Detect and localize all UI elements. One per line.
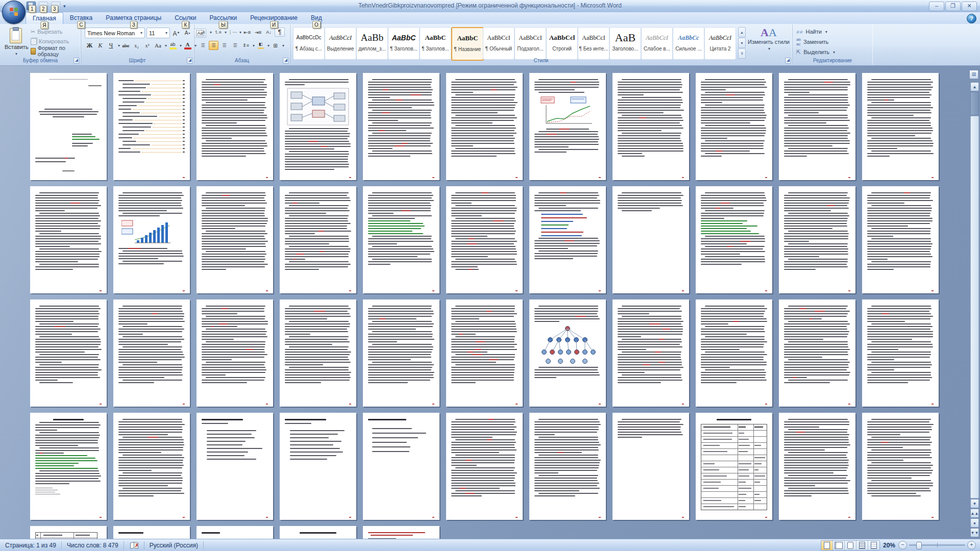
tab-рецензирование[interactable]: РецензированиеИ — [243, 12, 304, 24]
align-center-button[interactable]: ☰ — [209, 41, 218, 50]
page-thumbnail-4[interactable] — [280, 73, 356, 180]
page-thumbnail-6[interactable] — [446, 73, 523, 180]
page-thumbnail-46[interactable] — [113, 526, 190, 539]
clipboard-dialog-launcher[interactable]: ◢ — [74, 58, 80, 64]
browse-next-icon[interactable]: ▼▼ — [970, 528, 979, 537]
page-thumbnail-35[interactable] — [113, 413, 190, 520]
style-слабое-в-[interactable]: AaBbCcIСлабое в... — [641, 27, 673, 60]
style-диплом_з-[interactable]: AaBbдиплом_з... — [356, 27, 388, 60]
tab-рассылки[interactable]: РассылкиЫ — [203, 12, 243, 24]
page-thumbnail-33[interactable] — [862, 299, 939, 407]
page-thumbnail-34[interactable] — [30, 413, 107, 520]
change-case-caret[interactable]: ▾ — [165, 43, 167, 48]
zoom-thumb[interactable] — [916, 542, 922, 549]
browse-object-icon[interactable]: ● — [970, 518, 979, 528]
gallery-more-icon[interactable]: ⊽ — [738, 48, 746, 59]
increase-indent-button[interactable]: ⇥≡ — [253, 28, 263, 37]
page-thumbnail-45[interactable] — [30, 526, 107, 539]
page-thumbnail-41[interactable] — [612, 413, 689, 520]
superscript-button[interactable]: x² — [142, 41, 152, 50]
page-thumbnail-40[interactable] — [529, 413, 606, 520]
bold-button[interactable]: Ж — [85, 41, 94, 50]
draft-view-icon[interactable] — [868, 541, 879, 550]
page-thumbnail-48[interactable] — [280, 526, 356, 539]
style-цитата-2[interactable]: AaBbCcIЦитата 2 — [704, 27, 736, 60]
help-icon[interactable]: ? — [967, 14, 976, 23]
page-thumbnail-1[interactable] — [30, 73, 107, 180]
style--без-инте-[interactable]: AaBbCcI¶ Без инте... — [578, 27, 609, 60]
scrollbar-thumb[interactable] — [970, 92, 979, 115]
highlight-caret[interactable]: ▾ — [180, 43, 182, 48]
font-size-combo[interactable]: 11▾ — [146, 28, 170, 38]
font-family-combo[interactable]: Times New Roman▾ — [85, 28, 145, 38]
decrease-indent-button[interactable]: ⇤≡ — [242, 28, 252, 37]
page-thumbnail-10[interactable] — [779, 73, 855, 180]
scroll-down-icon[interactable]: ▼ — [970, 499, 979, 508]
find-button[interactable]: ⌕⌕ Найти▾ — [796, 28, 835, 36]
zoom-level[interactable]: 20% — [883, 542, 895, 549]
page-thumbnail-11[interactable] — [862, 73, 939, 180]
page-thumbnail-24[interactable] — [113, 299, 190, 407]
word-count[interactable]: Число слов: 8 479 — [62, 541, 124, 549]
page-thumbnail-5[interactable] — [363, 73, 439, 180]
page-thumbnail-25[interactable] — [197, 299, 273, 407]
page-thumbnail-3[interactable] — [197, 73, 273, 180]
align-right-button[interactable]: ☰ — [219, 41, 229, 50]
show-marks-button[interactable]: ¶ — [275, 28, 285, 37]
paragraph-dialog-launcher[interactable]: ◢ — [283, 58, 289, 64]
tab-разметка-страницы[interactable]: Разметка страницыЗ — [99, 12, 168, 24]
page-thumbnail-23[interactable] — [30, 299, 107, 407]
align-left-button[interactable]: ☰ — [198, 41, 208, 50]
fullscreen-reading-view-icon[interactable] — [833, 541, 845, 550]
tab-ссылки[interactable]: СсылкиК — [168, 12, 203, 24]
browse-previous-icon[interactable]: ▲▲ — [970, 509, 979, 518]
close-button[interactable]: ✕ — [962, 2, 977, 11]
document-canvas[interactable]: ▤ ▲ ▼ ▲▲ ● ▼▼ — [0, 66, 980, 539]
page-thumbnail-17[interactable] — [446, 186, 523, 293]
page-thumbnail-43[interactable] — [779, 413, 855, 520]
style-строгий[interactable]: AaBbCclСтрогий — [546, 27, 578, 60]
numbering-button[interactable]: ⒈≡ — [213, 28, 223, 37]
strikethrough-button[interactable]: abc — [121, 41, 131, 50]
page-thumbnail-49[interactable] — [363, 526, 439, 539]
style-сильное-[interactable]: AaBbCcСильное ... — [673, 27, 704, 60]
page-thumbnail-18[interactable] — [529, 186, 606, 293]
style--заголов-[interactable]: AaBbC¶ Заголов... — [388, 27, 420, 60]
page-thumbnail-29[interactable] — [529, 299, 606, 407]
select-button[interactable]: ⇱ Выделить▾ — [796, 48, 835, 56]
zoom-in-icon[interactable]: + — [967, 541, 976, 549]
paste-button[interactable]: Вставить▾ — [4, 27, 28, 58]
styles-dialog-launcher[interactable]: ◢ — [785, 58, 791, 64]
page-thumbnail-15[interactable] — [280, 186, 356, 293]
font-color-button[interactable]: А — [183, 41, 192, 50]
style--заголов-[interactable]: AaBbC¶ Заголов... — [420, 27, 451, 60]
vertical-scrollbar[interactable]: ▲ ▼ ▲▲ ● ▼▼ — [970, 82, 979, 537]
page-thumbnail-39[interactable] — [446, 413, 523, 520]
style-подзагол-[interactable]: AaBbCcIПодзагол... — [514, 27, 546, 60]
qat-menu-caret[interactable]: ▾ — [63, 4, 66, 9]
outline-view-icon[interactable] — [856, 541, 868, 550]
change-case-button[interactable]: Aa — [153, 41, 163, 50]
page-thumbnail-36[interactable] — [197, 413, 273, 520]
style-выделение[interactable]: AaBbCcIВыделение — [325, 27, 356, 60]
restore-button[interactable]: ❐ — [945, 2, 961, 11]
page-thumbnail-14[interactable] — [197, 186, 273, 293]
page-thumbnail-16[interactable] — [363, 186, 439, 293]
style--название[interactable]: AaBbC¶ Название — [451, 27, 484, 61]
page-thumbnail-20[interactable] — [696, 186, 772, 293]
justify-button[interactable]: ☰ — [230, 41, 240, 50]
proofing-status[interactable] — [124, 541, 144, 549]
page-thumbnail-32[interactable] — [779, 299, 855, 407]
scroll-up-icon[interactable]: ▲ — [970, 82, 979, 91]
scrollbar-track[interactable] — [970, 116, 979, 498]
zoom-out-icon[interactable]: − — [898, 541, 907, 549]
page-thumbnail-30[interactable] — [612, 299, 689, 407]
format-painter-button[interactable]: Формат по образцу — [31, 47, 81, 55]
page-thumbnail-37[interactable] — [280, 413, 356, 520]
page-thumbnail-19[interactable] — [612, 186, 689, 293]
page-thumbnail-26[interactable] — [280, 299, 356, 407]
subscript-button[interactable]: x₂ — [132, 41, 141, 50]
gallery-scroll-down-icon[interactable]: ▼ — [738, 38, 746, 48]
tab-вид[interactable]: ВидО — [304, 12, 329, 24]
copy-button[interactable]: Копировать — [31, 37, 81, 45]
